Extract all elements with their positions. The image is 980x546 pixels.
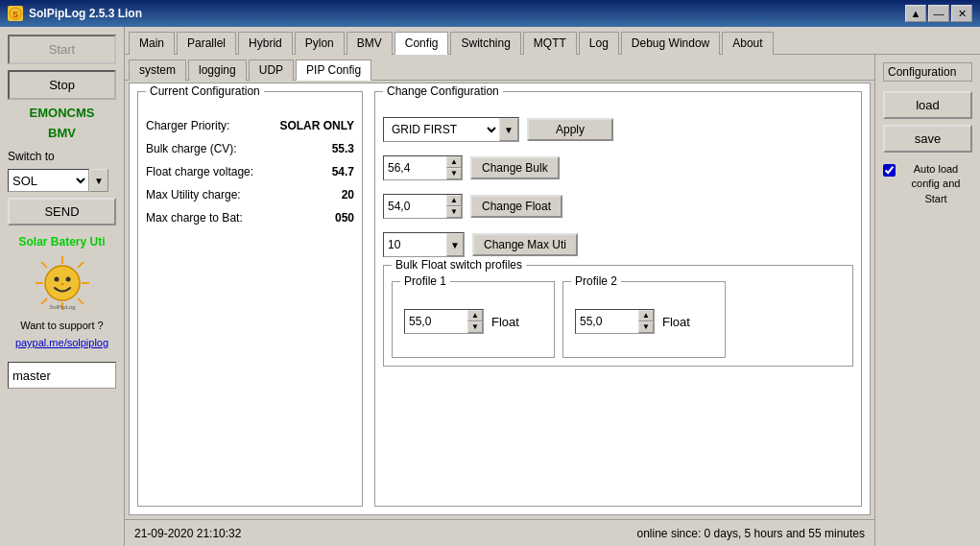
autoload-checkbox[interactable] — [883, 164, 896, 177]
subtab-udp[interactable]: UDP — [249, 59, 294, 81]
tab-parallel[interactable]: Parallel — [177, 32, 236, 55]
profiles-section: Bulk Float switch profiles Profile 1 55,… — [383, 265, 853, 367]
restore-button[interactable]: — — [928, 5, 949, 22]
config-content: system logging UDP PIP Config Current Co… — [125, 55, 874, 546]
change-maxuti-button[interactable]: Change Max Uti — [472, 233, 578, 256]
emoncms-link[interactable]: EMONCMS — [8, 106, 116, 120]
close-button[interactable]: ✕ — [951, 5, 972, 22]
profile-2-spin-up[interactable]: ▲ — [638, 310, 654, 321]
online-status: online since: 0 days, 5 hours and 55 min… — [637, 527, 865, 540]
charger-priority-select[interactable]: GRID FIRST SOLAR ONLY SBU — [384, 118, 499, 141]
pip-config-panel: Current Configuration Charger Priority: … — [129, 83, 871, 515]
profiles-inner: Profile 1 55,0 ▲ ▼ — [392, 281, 845, 358]
maxuti-dropdown[interactable]: 10 ▼ — [383, 232, 465, 257]
bulk-charge-label: Bulk charge (CV): — [146, 142, 237, 155]
max-charge-bat-value: 050 — [335, 211, 354, 225]
profile-1-spinner-buttons: ▲ ▼ — [467, 310, 483, 333]
profile-1-title: Profile 1 — [400, 274, 450, 288]
profile-1-spinner[interactable]: 55,0 ▲ ▼ — [404, 309, 484, 334]
bulk-charge-row: Bulk charge (CV): 55.3 — [146, 142, 354, 155]
tab-switching[interactable]: Switching — [450, 32, 520, 55]
float-spin-up[interactable]: ▲ — [446, 195, 462, 206]
sun-icon: SolPipLog — [34, 254, 91, 312]
profiles-title: Bulk Float switch profiles — [392, 258, 526, 272]
pip-config-inner: Current Configuration Charger Priority: … — [130, 83, 870, 514]
subtab-pip-config[interactable]: PIP Config — [296, 59, 371, 81]
svg-line-7 — [78, 298, 84, 304]
tab-about[interactable]: About — [722, 32, 773, 55]
profile-1-spin-down[interactable]: ▼ — [467, 321, 483, 333]
float-spin-down[interactable]: ▼ — [446, 206, 462, 218]
main-area: Main Parallel Hybrid Pylon BMV Config Sw… — [125, 27, 980, 546]
svg-line-8 — [78, 262, 84, 268]
right-panel: Configuration load save Auto load config… — [874, 55, 980, 546]
stop-button[interactable]: Stop — [8, 70, 116, 100]
tab-bmv[interactable]: BMV — [347, 32, 393, 55]
profile-2-spinner[interactable]: 55,0 ▲ ▼ — [575, 309, 655, 334]
switch-select-container: SOL GRID SBU ▼ — [8, 169, 116, 192]
max-utility-label: Max Utility charge: — [146, 188, 241, 202]
tab-mqtt[interactable]: MQTT — [523, 32, 577, 55]
paypal-link[interactable]: paypal.me/solpiplog — [8, 337, 116, 348]
tab-pylon[interactable]: Pylon — [295, 32, 345, 55]
change-config-title: Change Configuration — [383, 84, 503, 98]
max-charge-bat-row: Max charge to Bat: 050 — [146, 211, 354, 225]
bulk-input[interactable]: 56,4 — [384, 156, 446, 179]
subtab-logging[interactable]: logging — [188, 59, 247, 81]
bulk-spin-down[interactable]: ▼ — [446, 168, 462, 179]
bulk-change-row: 56,4 ▲ ▼ Change Bulk — [383, 155, 853, 180]
switch-to-label: Switch to — [8, 150, 116, 163]
support-text: Want to support ? — [8, 320, 116, 331]
start-button[interactable]: Start — [8, 35, 116, 64]
profile-1-spin-up[interactable]: ▲ — [467, 310, 483, 321]
max-charge-bat-label: Max charge to Bat: — [146, 211, 243, 225]
subtab-system[interactable]: system — [129, 59, 186, 81]
profile-1-input[interactable]: 55,0 — [405, 310, 467, 333]
change-float-button[interactable]: Change Float — [470, 195, 562, 218]
profile-2-title: Profile 2 — [571, 274, 621, 288]
switch-arrow-button[interactable]: ▼ — [89, 169, 108, 192]
change-bulk-button[interactable]: Change Bulk — [470, 156, 560, 179]
float-charge-label: Float charge voltage: — [146, 165, 253, 178]
float-spinner[interactable]: 54,0 ▲ ▼ — [383, 194, 463, 219]
apply-button[interactable]: Apply — [527, 118, 613, 141]
titlebar: S SolPipLog 2.5.3 Lion ▲ — ✕ — [0, 0, 980, 27]
float-charge-row: Float charge voltage: 54.7 — [146, 165, 354, 178]
solar-label: Solar Batery Uti — [8, 235, 116, 249]
charger-priority-dropdown[interactable]: GRID FIRST SOLAR ONLY SBU ▼ — [383, 117, 519, 142]
minimize-button[interactable]: ▲ — [905, 5, 926, 22]
profile-1-float-label: Float — [491, 315, 519, 329]
profile-2-float-label: Float — [662, 315, 690, 329]
float-charge-value: 54.7 — [332, 165, 354, 178]
tab-debug-window[interactable]: Debug Window — [621, 32, 720, 55]
bulk-spin-up[interactable]: ▲ — [446, 156, 462, 168]
branch-input[interactable]: master — [8, 362, 116, 389]
switch-select[interactable]: SOL GRID SBU — [8, 169, 89, 192]
charger-priority-row: Charger Priority: SOLAR ONLY — [146, 119, 354, 132]
current-config-box: Current Configuration Charger Priority: … — [137, 91, 363, 507]
load-button[interactable]: load — [883, 91, 972, 119]
datetime: 21-09-2020 21:10:32 — [134, 527, 241, 540]
bulk-spinner[interactable]: 56,4 ▲ ▼ — [383, 155, 463, 180]
profile-2-spin-down[interactable]: ▼ — [638, 321, 654, 333]
tab-main[interactable]: Main — [129, 32, 175, 55]
autoload-label[interactable]: Auto load config and Start — [883, 162, 972, 206]
svg-line-9 — [41, 298, 47, 304]
profile-2-input[interactable]: 55,0 — [576, 310, 638, 333]
bmv-link[interactable]: BMV — [8, 126, 116, 140]
send-button[interactable]: SEND — [8, 198, 116, 226]
tab-hybrid[interactable]: Hybrid — [238, 32, 293, 55]
float-input[interactable]: 54,0 — [384, 195, 446, 218]
profile-1-box: Profile 1 55,0 ▲ ▼ — [392, 281, 555, 358]
statusbar: 21-09-2020 21:10:32 online since: 0 days… — [125, 519, 874, 546]
dropdown-arrow[interactable]: ▼ — [499, 118, 518, 141]
save-button[interactable]: save — [883, 125, 972, 153]
app-icon: S — [8, 6, 23, 21]
tab-config[interactable]: Config — [394, 32, 449, 55]
svg-point-13 — [60, 283, 63, 285]
maxuti-arrow[interactable]: ▼ — [446, 233, 464, 256]
maxuti-input[interactable]: 10 — [384, 233, 446, 256]
bulk-spinner-buttons: ▲ ▼ — [446, 156, 462, 179]
svg-point-12 — [65, 277, 70, 282]
tab-log[interactable]: Log — [579, 32, 619, 55]
